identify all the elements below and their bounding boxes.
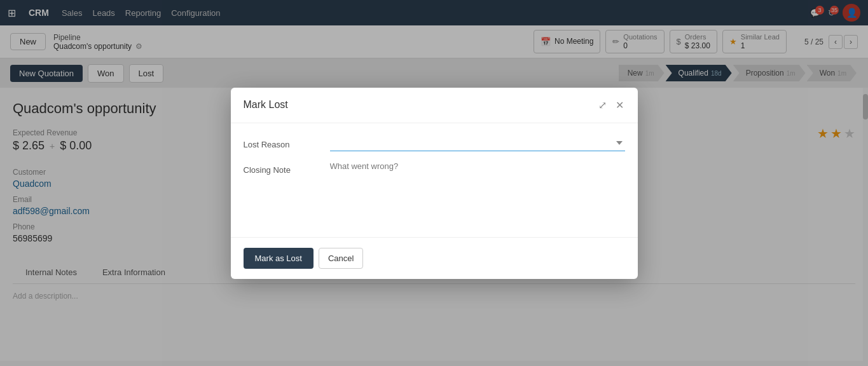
modal-body: Lost Reason Closing Note bbox=[231, 123, 638, 237]
lost-reason-row: Lost Reason bbox=[244, 136, 625, 151]
modal-footer: Mark as Lost Cancel bbox=[231, 237, 638, 279]
modal-title: Mark Lost bbox=[244, 99, 288, 111]
mark-lost-modal: Mark Lost ⤢ ✕ Lost Reason Closing Note bbox=[231, 88, 638, 279]
modal-close-button[interactable]: ✕ bbox=[614, 98, 625, 112]
closing-note-input-container bbox=[330, 161, 625, 214]
lost-reason-select[interactable] bbox=[330, 136, 625, 151]
modal-header: Mark Lost ⤢ ✕ bbox=[231, 88, 638, 123]
mark-as-lost-button[interactable]: Mark as Lost bbox=[244, 248, 313, 269]
lost-reason-input-container bbox=[330, 136, 625, 151]
modal-overlay[interactable]: Mark Lost ⤢ ✕ Lost Reason Closing Note bbox=[0, 0, 868, 361]
closing-note-label: Closing Note bbox=[244, 161, 320, 175]
lost-reason-label: Lost Reason bbox=[244, 136, 320, 149]
cancel-button[interactable]: Cancel bbox=[319, 248, 363, 269]
closing-note-textarea[interactable] bbox=[330, 161, 625, 212]
closing-note-row: Closing Note bbox=[244, 161, 625, 214]
modal-header-icons: ⤢ ✕ bbox=[597, 98, 625, 112]
modal-expand-button[interactable]: ⤢ bbox=[597, 98, 608, 112]
